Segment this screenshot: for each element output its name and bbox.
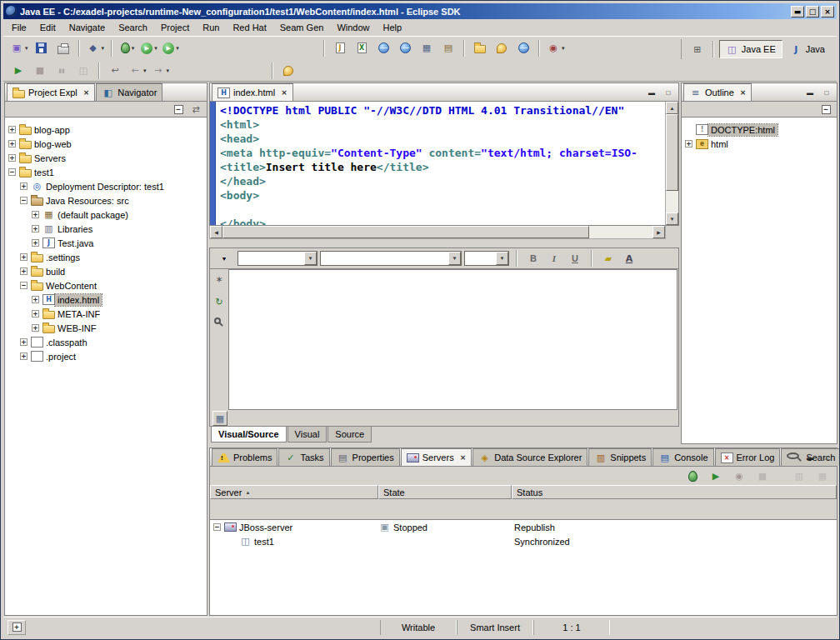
- run-button-menu-arrow[interactable]: ▾: [154, 45, 158, 52]
- menu-project[interactable]: Project: [154, 21, 196, 34]
- java-ee-perspective-button[interactable]: ◫Java EE: [719, 40, 782, 58]
- column-status[interactable]: Status: [512, 485, 837, 499]
- start-server-button[interactable]: ▶: [706, 467, 726, 485]
- web-service-wizard-button[interactable]: [373, 39, 393, 58]
- debug-server-button[interactable]: [682, 467, 702, 485]
- font-size-combo-dropdown[interactable]: ▼: [496, 252, 508, 265]
- vpe-preferences-button[interactable]: *: [212, 273, 227, 288]
- expand-icon[interactable]: +: [8, 140, 16, 148]
- column-server[interactable]: Server▲: [210, 485, 378, 499]
- last-edit-location-button[interactable]: ↩: [105, 62, 125, 80]
- scroll-down-button[interactable]: [666, 212, 678, 225]
- expand-icon[interactable]: +: [32, 211, 39, 218]
- clean-server-button[interactable]: ▦: [812, 467, 832, 485]
- tree-item-blog-app[interactable]: +blog-app: [5, 122, 207, 137]
- italic-button[interactable]: I: [545, 250, 563, 267]
- expand-icon[interactable]: +: [685, 140, 692, 148]
- web-browser-button[interactable]: [513, 39, 533, 58]
- link-with-editor-button[interactable]: ⇄: [188, 102, 203, 116]
- expand-icon[interactable]: +: [20, 182, 28, 190]
- servers-view-maximize-button[interactable]: □: [819, 451, 834, 464]
- print-button[interactable]: [53, 39, 73, 58]
- debug-button-menu-arrow[interactable]: ▾: [132, 45, 135, 52]
- tree-item-java-resources-src[interactable]: −Java Resources: src: [5, 193, 207, 208]
- collapse-icon[interactable]: −: [213, 523, 221, 531]
- collapse-icon[interactable]: −: [20, 197, 28, 204]
- profile-button[interactable]: ◉▾: [545, 39, 567, 58]
- menu-file[interactable]: File: [5, 21, 33, 34]
- source-editor[interactable]: <!DOCTYPE html PUBLIC "-//W3C//DTD HTML …: [209, 101, 679, 226]
- style-combo[interactable]: ▼: [320, 251, 462, 266]
- menu-help[interactable]: Help: [377, 21, 409, 34]
- forward-button-menu-arrow[interactable]: ▾: [167, 68, 170, 74]
- tree-item-project[interactable]: +.project: [5, 349, 207, 363]
- editor-minimize-button[interactable]: ▬: [644, 86, 659, 99]
- tab-visual-source[interactable]: Visual/Source: [211, 427, 287, 442]
- run-button[interactable]: ▾: [139, 39, 159, 58]
- tab-outline-close-button[interactable]: ×: [740, 89, 747, 97]
- expand-icon[interactable]: +: [20, 268, 28, 275]
- tree-item-doctype-html[interactable]: !DOCTYPE:html: [682, 122, 837, 137]
- scroll-track[interactable]: [666, 191, 678, 212]
- tree-item-html[interactable]: +ehtml: [682, 137, 837, 151]
- web-service-client-button[interactable]: [395, 39, 415, 58]
- profile-server-button[interactable]: ◉: [729, 467, 749, 485]
- title-bar[interactable]: Java EE - C:/exadel-projects/runtime-New…: [3, 3, 837, 19]
- vertical-scrollbar[interactable]: [665, 102, 678, 225]
- menu-edit[interactable]: Edit: [33, 21, 62, 34]
- visual-canvas[interactable]: [228, 269, 678, 410]
- tree-item-webcontent[interactable]: −WebContent: [5, 278, 207, 292]
- stop-server-button[interactable]: ■: [752, 467, 772, 485]
- editor-tab-index-html[interactable]: Hindex.html×: [212, 83, 293, 101]
- external-tools-button-menu-arrow[interactable]: ▾: [176, 45, 179, 52]
- collapse-all-button[interactable]: −: [171, 102, 186, 116]
- tree-item-web-inf[interactable]: +WEB-INF: [5, 321, 207, 335]
- font-size-combo[interactable]: ▼: [464, 251, 509, 266]
- menu-navigate[interactable]: Navigate: [62, 21, 112, 34]
- menu-run[interactable]: Run: [196, 21, 226, 34]
- tab-source[interactable]: Source: [328, 427, 372, 442]
- tree-item-classpath[interactable]: +.classpath: [5, 335, 207, 349]
- editor-tab-index-html-close-button[interactable]: ×: [281, 89, 288, 97]
- tab-servers[interactable]: Servers×: [401, 448, 472, 466]
- style-class-combo-dropdown[interactable]: ▼: [304, 252, 317, 265]
- tab-properties[interactable]: ▤Properties: [331, 448, 400, 466]
- back-button[interactable]: ←▾: [127, 62, 148, 80]
- outline-view-maximize-button[interactable]: □: [819, 86, 834, 99]
- menu-seam-gen[interactable]: Seam Gen: [273, 21, 331, 34]
- resume-button[interactable]: ▶: [8, 62, 28, 80]
- horizontal-scrollbar[interactable]: [209, 226, 666, 239]
- expand-icon[interactable]: +: [20, 352, 28, 360]
- tab-data-source-explorer[interactable]: ◈Data Source Explorer: [472, 448, 588, 466]
- expand-icon[interactable]: +: [32, 324, 39, 332]
- tree-item-build[interactable]: +build: [5, 264, 207, 278]
- new-xhtml-button[interactable]: X: [352, 39, 372, 58]
- collapse-icon[interactable]: −: [20, 282, 28, 289]
- horizontal-scroll-thumb[interactable]: [222, 226, 589, 238]
- tree-item-libraries[interactable]: +▥Libraries: [5, 222, 207, 236]
- expand-icon[interactable]: +: [32, 296, 39, 303]
- bold-button[interactable]: B: [524, 250, 542, 267]
- new-button-menu-arrow[interactable]: ▾: [25, 45, 28, 52]
- open-perspective-button[interactable]: ⊞: [688, 40, 708, 58]
- tree-item-deployment-descriptor-test1[interactable]: +◎Deployment Descriptor: test1: [5, 179, 207, 193]
- expand-icon[interactable]: +: [20, 253, 28, 261]
- highlight-color-button[interactable]: ▰: [599, 250, 618, 267]
- code-area[interactable]: <!DOCTYPE html PUBLIC "-//W3C//DTD HTML …: [216, 102, 665, 225]
- vpe-menu-button[interactable]: ▼: [214, 249, 234, 268]
- editor-sash[interactable]: [209, 239, 679, 248]
- tab-tasks[interactable]: ✓Tasks: [278, 448, 329, 466]
- tab-visual[interactable]: Visual: [288, 427, 328, 442]
- tree-item-meta-inf[interactable]: +META-INF: [5, 307, 207, 321]
- close-button[interactable]: ×: [821, 6, 834, 18]
- back-button-menu-arrow[interactable]: ▾: [143, 68, 147, 74]
- tree-item-test-java[interactable]: +JTest.java: [5, 236, 207, 250]
- tab-outline[interactable]: ≡Outline×: [683, 83, 752, 101]
- torch-button[interactable]: [278, 62, 298, 80]
- servers-view-minimize-button[interactable]: ▬: [802, 451, 818, 464]
- expand-icon[interactable]: +: [32, 225, 39, 232]
- selection-bar-toggle-button[interactable]: ▦: [212, 411, 228, 426]
- tab-snippets[interactable]: ▥Snippets: [588, 448, 652, 466]
- terminate-button[interactable]: ■: [30, 62, 50, 80]
- tab-console[interactable]: ▤Console: [652, 448, 713, 466]
